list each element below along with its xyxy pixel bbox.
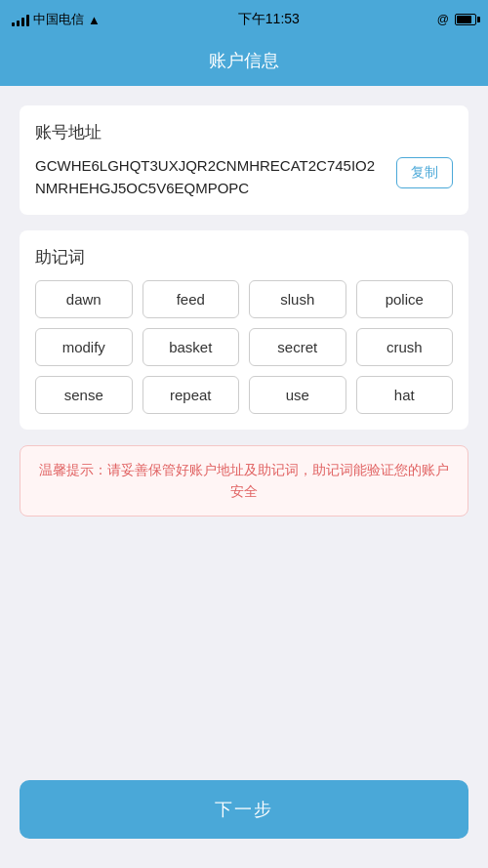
address-section: 账号地址 GCWHE6LGHQT3UXJQR2CNMHRECAT2C745IO2… (20, 105, 468, 215)
mnemonic-word: hat (356, 376, 454, 414)
mnemonic-word: basket (142, 328, 240, 366)
address-row: GCWHE6LGHQT3UXJQR2CNMHRECAT2C745IO2NMRHE… (35, 155, 453, 199)
mnemonic-word: modify (35, 328, 133, 366)
mnemonic-section: 助记词 dawnfeedslushpolicemodifybasketsecre… (20, 230, 468, 430)
address-label: 账号地址 (35, 121, 453, 144)
carrier-text: 中国电信 (33, 11, 84, 28)
next-button[interactable]: 下一步 (20, 780, 468, 839)
warning-box: 温馨提示：请妥善保管好账户地址及助记词，助记词能验证您的账户安全 (20, 445, 468, 517)
status-bar: 中国电信 ▲ 下午11:53 @ (0, 0, 488, 39)
mnemonic-word: crush (356, 328, 454, 366)
battery-icon (455, 14, 476, 25)
bottom-section: 下一步 (0, 765, 488, 868)
mnemonic-word: sense (35, 376, 133, 414)
warning-text: 温馨提示：请妥善保管好账户地址及助记词，助记词能验证您的账户安全 (36, 460, 452, 502)
status-bar-left: 中国电信 ▲ (12, 11, 101, 28)
mnemonic-word: dawn (35, 280, 133, 318)
status-bar-right: @ (437, 13, 476, 26)
mnemonic-word: repeat (142, 376, 240, 414)
copy-button[interactable]: 复制 (396, 157, 453, 188)
signal-icon (12, 13, 29, 26)
at-icon: @ (437, 13, 449, 26)
mnemonic-label: 助记词 (35, 246, 453, 269)
mnemonic-word: police (356, 280, 454, 318)
address-value: GCWHE6LGHQT3UXJQR2CNMHRECAT2C745IO2NMRHE… (35, 155, 385, 199)
status-bar-time: 下午11:53 (238, 11, 300, 28)
wifi-icon: ▲ (88, 13, 101, 27)
header: 账户信息 (0, 39, 488, 86)
mnemonic-grid: dawnfeedslushpolicemodifybasketsecretcru… (35, 280, 453, 414)
mnemonic-word: secret (249, 328, 346, 366)
mnemonic-word: use (249, 376, 346, 414)
mnemonic-word: feed (142, 280, 240, 318)
mnemonic-word: slush (249, 280, 346, 318)
content-area: 账号地址 GCWHE6LGHQT3UXJQR2CNMHRECAT2C745IO2… (0, 86, 488, 765)
page-title: 账户信息 (209, 51, 279, 70)
